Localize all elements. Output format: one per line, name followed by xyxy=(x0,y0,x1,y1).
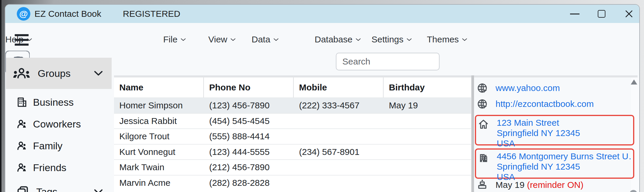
sidebar-item-coworkers[interactable]: Coworkers xyxy=(6,113,112,135)
website-link[interactable]: www.yahoo.com xyxy=(496,83,560,93)
reminder-status: (reminder ON) xyxy=(527,180,584,190)
groups-icon xyxy=(13,67,30,80)
table-row[interactable]: Jessica Rabbit (454) 545-4545 xyxy=(114,113,471,129)
search-input[interactable] xyxy=(342,57,456,67)
table-row[interactable]: Marvin Acme (282) 828-2828 xyxy=(114,175,471,191)
birthday-value: May 19 (reminder ON) xyxy=(496,180,583,190)
window-title: EZ Contact Book xyxy=(34,5,101,23)
person-icon xyxy=(16,162,28,173)
chevron-down-icon xyxy=(181,38,186,41)
sidebar-item-family[interactable]: Family xyxy=(6,135,112,157)
menu-file[interactable]: File xyxy=(163,33,186,46)
table-row[interactable]: Kilgore Trout (555) 888-4414 xyxy=(114,128,471,144)
chevron-down-icon xyxy=(407,38,412,41)
sidebar-item-friends[interactable]: Friends xyxy=(6,157,112,178)
column-header-phone[interactable]: Phone No xyxy=(204,77,294,97)
sidebar-item-business[interactable]: Business xyxy=(6,91,112,113)
chevron-down-icon xyxy=(94,189,103,192)
chevron-down-icon xyxy=(230,38,236,41)
scroll-up-arrow[interactable] xyxy=(631,80,637,85)
sidebar-section-groups[interactable]: Groups xyxy=(6,58,112,89)
sidebar-item-label: Coworkers xyxy=(33,118,81,130)
table-row[interactable]: Homer Simpson (123) 456-7890 (222) 333-4… xyxy=(114,97,471,113)
title-bar[interactable]: @ EZ Contact Book REGISTERED xyxy=(5,5,639,23)
column-header-birthday[interactable]: Birthday xyxy=(384,77,471,97)
chevron-down-icon xyxy=(273,38,279,41)
chevron-down-icon xyxy=(462,38,467,41)
website-icon xyxy=(476,98,488,110)
menu-data[interactable]: Data xyxy=(252,33,279,46)
minimize-icon xyxy=(570,14,579,14)
website-icon xyxy=(476,82,488,94)
building-icon xyxy=(16,96,28,108)
contacts-table: Name Phone No Mobile Birthday Homer Simp… xyxy=(114,77,471,192)
work-address[interactable]: 4456 Montgomery Burns Street U… Springfi… xyxy=(497,151,631,182)
license-badge: REGISTERED xyxy=(123,5,180,23)
sidebar-item-label: Family xyxy=(33,140,62,152)
minimize-button[interactable] xyxy=(566,5,584,23)
close-icon xyxy=(625,9,633,18)
website-link-row[interactable]: www.yahoo.com xyxy=(474,81,639,95)
column-header-name[interactable]: Name xyxy=(114,77,204,97)
chevron-down-icon xyxy=(356,38,361,41)
website-link[interactable]: http://ezcontactbook.com xyxy=(496,99,594,109)
sidebar-item-label: Friends xyxy=(33,162,66,173)
website-link-row[interactable]: http://ezcontactbook.com xyxy=(474,97,639,111)
home-address-highlight[interactable]: 123 Main Street Springfield NY 12345 USA xyxy=(475,115,634,145)
content-divider xyxy=(114,75,638,77)
birthday-row[interactable]: May 19 (reminder ON) xyxy=(474,178,639,192)
tags-icon xyxy=(16,185,29,192)
menu-view[interactable]: View xyxy=(208,33,236,46)
menu-settings[interactable]: Settings xyxy=(371,33,412,46)
panel-splitter[interactable] xyxy=(471,75,474,192)
chevron-down-icon xyxy=(94,71,103,76)
hamburger-menu-icon[interactable] xyxy=(15,34,29,46)
birthday-cake-icon xyxy=(476,178,488,191)
home-address[interactable]: 123 Main Street Springfield NY 12345 USA xyxy=(497,117,631,148)
table-row[interactable]: Kurt Vonnegut (123) 444-5555 (234) 567-8… xyxy=(114,144,471,160)
sidebar-section-tags[interactable]: Tags xyxy=(6,179,112,192)
menu-themes[interactable]: Themes xyxy=(427,33,467,46)
menu-database[interactable]: Database xyxy=(315,33,361,46)
contact-details-panel: www.yahoo.com http://ezcontactbook.com 1… xyxy=(474,77,639,192)
sidebar-section-label: Groups xyxy=(38,68,71,79)
search-box xyxy=(336,53,440,70)
table-row[interactable]: Mark Twain (212) 456-7890 xyxy=(114,159,471,175)
work-address-highlight[interactable]: 4456 Montgomery Burns Street U… Springfi… xyxy=(475,148,634,179)
person-icon xyxy=(16,118,28,130)
person-icon xyxy=(16,140,28,152)
maximize-button[interactable] xyxy=(592,5,611,23)
sidebar-item-label: Business xyxy=(33,97,74,108)
app-logo-icon: @ xyxy=(17,7,30,21)
app-window: @ EZ Contact Book REGISTERED File View D… xyxy=(5,4,640,192)
home-icon xyxy=(478,118,489,131)
sidebar-section-label: Tags xyxy=(36,186,57,192)
table-header: Name Phone No Mobile Birthday xyxy=(114,77,471,97)
maximize-icon xyxy=(598,10,605,18)
desktop-edge xyxy=(0,0,1,192)
office-building-icon xyxy=(478,152,489,165)
column-header-mobile[interactable]: Mobile xyxy=(294,77,384,97)
close-button[interactable] xyxy=(620,5,638,23)
